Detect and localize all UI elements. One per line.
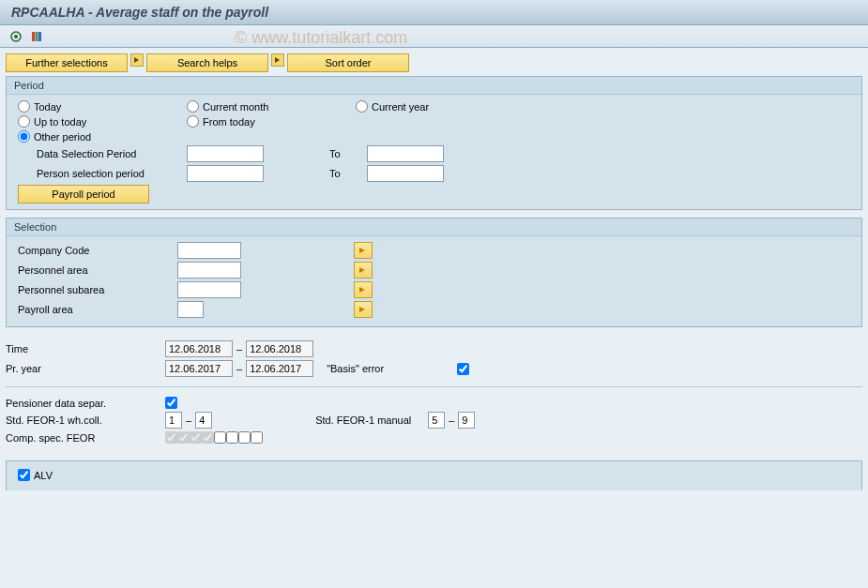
period-header: Period xyxy=(7,77,861,95)
radio-other-period-input[interactable] xyxy=(18,130,30,143)
selection-section: Selection Company Code Personnel area Pe… xyxy=(6,218,862,327)
variant-icon[interactable] xyxy=(28,28,45,45)
to-label: To xyxy=(329,148,367,159)
sort-order-label: Sort order xyxy=(326,57,372,68)
svg-rect-2 xyxy=(32,32,35,41)
radio-up-to-today-label: Up to today xyxy=(34,116,86,128)
radio-current-month[interactable]: Current month xyxy=(187,100,356,113)
comp-spec-check-8[interactable] xyxy=(251,431,263,444)
data-selection-from-input[interactable] xyxy=(187,145,264,162)
radio-from-today[interactable]: From today xyxy=(187,115,356,128)
feor-manual-label: Std. FEOR-1 manual xyxy=(315,415,428,426)
personnel-subarea-multi-button[interactable] xyxy=(354,281,373,298)
radio-current-year-label: Current year xyxy=(372,101,429,113)
selection-header: Selection xyxy=(7,219,861,236)
pryear-from-field[interactable]: 12.06.2017 xyxy=(165,360,233,377)
svg-point-1 xyxy=(14,35,18,38)
comp-spec-check-4[interactable] xyxy=(202,431,214,444)
dash: – xyxy=(236,363,242,374)
sort-order-button[interactable]: Sort order xyxy=(287,53,409,72)
radio-current-year-input[interactable] xyxy=(356,100,368,113)
radio-other-period-label: Other period xyxy=(34,131,91,143)
company-code-input[interactable] xyxy=(177,242,241,259)
feor-manual-from-input[interactable] xyxy=(428,412,445,429)
comp-spec-check-1[interactable] xyxy=(165,431,177,444)
radio-today-label: Today xyxy=(34,101,61,113)
payroll-area-multi-button[interactable] xyxy=(354,301,373,318)
further-selections-label: Further selections xyxy=(25,57,107,68)
feor-manual-to-input[interactable] xyxy=(458,412,475,429)
arrow-icon xyxy=(130,53,144,67)
page-title: RPCAALHA - Average staff on the payroll xyxy=(11,5,268,20)
comp-spec-check-5[interactable] xyxy=(214,431,226,444)
person-selection-label: Person selection period xyxy=(37,168,187,179)
radio-current-month-input[interactable] xyxy=(187,100,199,113)
comp-spec-label: Comp. spec. FEOR xyxy=(6,432,165,444)
comp-spec-check-7[interactable] xyxy=(238,431,251,444)
radio-current-month-label: Current month xyxy=(203,101,268,113)
search-helps-button[interactable]: Search helps xyxy=(146,53,268,72)
execute-icon[interactable] xyxy=(8,28,24,45)
lower-fields: Time 12.06.2018 – 12.06.2018 Pr. year 12… xyxy=(6,340,862,444)
payroll-period-label: Payroll period xyxy=(52,188,114,200)
top-button-row: Further selections Search helps Sort ord… xyxy=(6,53,862,72)
company-code-label: Company Code xyxy=(18,245,177,256)
comp-spec-check-6[interactable] xyxy=(226,431,238,444)
pryear-to-field[interactable]: 12.06.2017 xyxy=(246,360,313,377)
svg-rect-4 xyxy=(38,32,41,41)
pensioner-checkbox[interactable] xyxy=(165,397,177,409)
comp-spec-checkgroup xyxy=(165,431,263,444)
search-helps-label: Search helps xyxy=(177,57,237,68)
dash: – xyxy=(186,415,191,426)
period-section: Period Today Current month Current year xyxy=(6,76,862,210)
time-label: Time xyxy=(6,343,165,354)
feor-wh-from-input[interactable] xyxy=(165,412,182,429)
personnel-subarea-label: Personnel subarea xyxy=(18,284,177,295)
basis-error-label: "Basis" error xyxy=(327,363,384,374)
radio-from-today-input[interactable] xyxy=(187,115,199,128)
alv-section: ALV xyxy=(6,460,862,490)
person-selection-to-input[interactable] xyxy=(367,165,444,182)
dash: – xyxy=(449,415,454,426)
further-selections-button[interactable]: Further selections xyxy=(6,53,128,72)
separator xyxy=(6,386,862,387)
radio-other-period[interactable]: Other period xyxy=(18,130,187,143)
radio-today-input[interactable] xyxy=(18,100,30,113)
dash: – xyxy=(236,343,242,354)
comp-spec-check-3[interactable] xyxy=(190,431,202,444)
payroll-period-button[interactable]: Payroll period xyxy=(18,185,149,204)
data-selection-label: Data Selection Period xyxy=(37,148,187,159)
person-selection-from-input[interactable] xyxy=(187,165,264,182)
payroll-area-label: Payroll area xyxy=(18,304,177,315)
arrow-icon xyxy=(271,53,284,67)
company-code-multi-button[interactable] xyxy=(354,242,373,259)
personnel-area-input[interactable] xyxy=(177,262,241,279)
radio-up-to-today-input[interactable] xyxy=(18,115,30,128)
personnel-subarea-input[interactable] xyxy=(177,281,241,298)
alv-label: ALV xyxy=(34,470,53,481)
basis-error-checkbox[interactable] xyxy=(457,363,469,375)
svg-rect-3 xyxy=(36,32,38,41)
radio-today[interactable]: Today xyxy=(18,100,187,113)
personnel-area-multi-button[interactable] xyxy=(354,262,373,279)
icon-toolbar xyxy=(0,25,868,48)
to-label: To xyxy=(329,168,367,179)
pensioner-label: Pensioner data separ. xyxy=(6,398,165,409)
feor-wh-label: Std. FEOR-1 wh.coll. xyxy=(6,415,165,426)
radio-up-to-today[interactable]: Up to today xyxy=(18,115,187,128)
feor-wh-to-input[interactable] xyxy=(195,412,212,429)
alv-checkbox[interactable] xyxy=(18,469,30,481)
time-from-field[interactable]: 12.06.2018 xyxy=(165,340,233,357)
radio-current-year[interactable]: Current year xyxy=(356,100,506,113)
time-to-field[interactable]: 12.06.2018 xyxy=(246,340,313,357)
radio-from-today-label: From today xyxy=(203,116,255,128)
payroll-area-input[interactable] xyxy=(177,301,204,318)
personnel-area-label: Personnel area xyxy=(18,264,177,276)
pryear-label: Pr. year xyxy=(6,363,165,374)
title-bar: RPCAALHA - Average staff on the payroll xyxy=(0,0,868,25)
comp-spec-check-2[interactable] xyxy=(177,431,190,444)
content-area: Further selections Search helps Sort ord… xyxy=(0,48,868,588)
data-selection-to-input[interactable] xyxy=(367,145,444,162)
